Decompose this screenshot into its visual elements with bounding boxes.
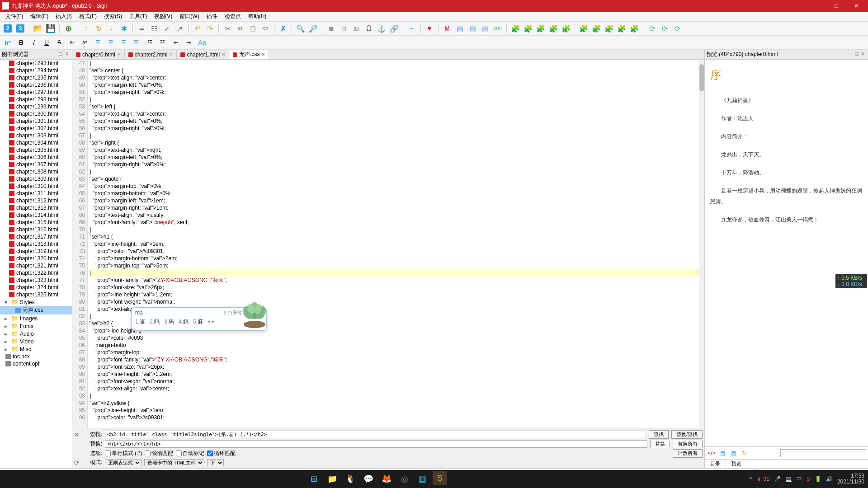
file-item[interactable]: 无声.css xyxy=(0,306,72,314)
close-button[interactable]: ✕ xyxy=(846,0,866,12)
file-item[interactable]: chapter1304.html xyxy=(0,139,72,146)
file-item[interactable]: chapter1325.html xyxy=(0,291,72,298)
indent-button[interactable]: ⇥ xyxy=(183,37,194,48)
save-button[interactable]: 💾 xyxy=(45,23,57,34)
file-item[interactable]: chapter1311.html xyxy=(0,190,72,197)
file-item[interactable]: chapter1309.html xyxy=(0,175,72,183)
menu-item[interactable]: 帮助(H) xyxy=(245,12,270,21)
file-item[interactable]: chapter1322.html xyxy=(0,269,72,277)
menu-item[interactable]: 检查点 xyxy=(221,12,245,21)
file-item[interactable]: chapter1301.html xyxy=(0,117,72,125)
folder-item[interactable]: ▸📁Fonts xyxy=(0,322,72,330)
align-center-button[interactable]: ☰ xyxy=(105,37,117,48)
sigil-icon[interactable]: S xyxy=(433,471,447,485)
file-item[interactable]: chapter1298.html xyxy=(0,96,72,103)
scope-select[interactable]: 选项卡中的HTML文件 xyxy=(144,459,204,466)
zoom-out-button[interactable]: 🔍 xyxy=(295,23,307,34)
file-item[interactable]: chapter1317.html xyxy=(0,233,72,240)
file-item[interactable]: chapter1296.html xyxy=(0,81,72,89)
toc-button[interactable]: ≣ xyxy=(136,23,147,34)
file-item[interactable]: chapter1300.html xyxy=(0,110,72,117)
file-item[interactable]: chapter1307.html xyxy=(0,161,72,168)
file-item[interactable]: chapter1306.html xyxy=(0,154,72,161)
m1-button[interactable]: M xyxy=(441,23,453,34)
replace-button[interactable]: 替换 xyxy=(650,440,670,448)
anchor-button[interactable]: ⚓ xyxy=(376,23,387,34)
tray-temp-icon[interactable]: 🌡 31 xyxy=(756,476,769,482)
file-item[interactable]: chapter1320.html xyxy=(0,255,72,262)
file-item[interactable]: chapter1319.html xyxy=(0,248,72,255)
plugin-6[interactable]: 🧩 xyxy=(578,23,590,34)
heading-button[interactable]: h* xyxy=(2,37,14,48)
maximize-button[interactable]: □ xyxy=(826,0,846,12)
folder-item[interactable]: ▾📁Styles xyxy=(0,298,72,306)
grid2-button[interactable]: ▤ xyxy=(338,23,349,34)
back-button[interactable]: ← xyxy=(406,23,418,34)
opt-dotall[interactable] xyxy=(105,450,111,456)
menu-item[interactable]: 插件 xyxy=(203,12,221,21)
replace-find-button[interactable]: 替换/查找 xyxy=(671,430,703,439)
file-item[interactable]: chapter1314.html xyxy=(0,211,72,219)
up-button[interactable]: ↑ xyxy=(80,23,92,34)
file-item[interactable]: chapter1303.html xyxy=(0,132,72,139)
underline-button[interactable]: U xyxy=(41,37,52,48)
file-item[interactable]: content.opf xyxy=(0,360,72,367)
heart-button[interactable]: ♥ xyxy=(424,23,435,34)
preview-float-icon[interactable]: □ xyxy=(854,51,860,58)
ime-candidate[interactable]: 1.嘛 xyxy=(135,318,145,326)
code-editor[interactable]: 4748495051525354555657585960616263646566… xyxy=(72,60,704,428)
file-item[interactable]: chapter1295.html xyxy=(0,74,72,81)
editor-tab[interactable]: chapter2.html✕ xyxy=(125,50,177,59)
file-item[interactable]: chapter1293.html xyxy=(0,60,72,67)
file-item[interactable]: chapter1305.html xyxy=(0,146,72,154)
plugin-2[interactable]: 🧩 xyxy=(522,23,534,34)
preview-url-input[interactable] xyxy=(780,449,866,457)
opt-wrap[interactable] xyxy=(207,450,213,456)
t3-button[interactable]: ⟳ xyxy=(671,23,683,34)
obs-icon[interactable]: ◎ xyxy=(396,471,413,487)
grid1-button[interactable]: ▦ xyxy=(325,23,337,34)
app1-icon[interactable]: 🐧 xyxy=(342,471,359,487)
system-tray[interactable]: ^ 🌡 31 🎤 💻 中 S 🔋 🔊 17:53 2021/11/30 xyxy=(750,473,864,485)
pane-float-icon[interactable]: □ xyxy=(57,51,64,58)
copy-button[interactable]: ⧉ xyxy=(234,23,246,34)
down-button[interactable]: ↑ xyxy=(105,23,117,34)
redo-button[interactable]: ↷ xyxy=(204,23,216,34)
refresh-button[interactable]: ↻ xyxy=(93,23,104,34)
omega-button[interactable]: Ω xyxy=(363,23,375,34)
app2-icon[interactable]: ▦ xyxy=(415,471,431,487)
file-item[interactable]: chapter1302.html xyxy=(0,125,72,132)
editor-tab[interactable]: chapter1.html✕ xyxy=(177,50,229,59)
menu-item[interactable]: 格式(F) xyxy=(75,12,100,21)
ime-candidate[interactable]: 2.吗 xyxy=(150,318,160,326)
menu-item[interactable]: 插入(I) xyxy=(52,12,75,21)
file-item[interactable]: chapter1323.html xyxy=(0,277,72,284)
mode-select[interactable]: 正则表达式 xyxy=(105,459,142,466)
ime-page-arrows[interactable]: ◂ ▸ xyxy=(208,318,214,326)
sub-button[interactable]: A₂ xyxy=(66,37,78,48)
firefox-icon[interactable]: 🦊 xyxy=(378,471,395,487)
menu-item[interactable]: 编辑(E) xyxy=(27,12,52,21)
preview-code-icon[interactable]: </> xyxy=(707,448,717,458)
file-item[interactable]: toc.ncx xyxy=(0,353,72,360)
file-item[interactable]: chapter1321.html xyxy=(0,262,72,269)
plugin-9[interactable]: 🧩 xyxy=(616,23,627,34)
bold-button[interactable]: B xyxy=(15,37,27,48)
tray-s-icon[interactable]: S xyxy=(807,476,810,482)
file-item[interactable]: chapter1299.html xyxy=(0,103,72,110)
align-right-button[interactable]: ☰ xyxy=(118,37,129,48)
preview-view1-icon[interactable]: ▤ xyxy=(717,448,727,458)
ime-popup[interactable]: ma 9 打开输入工具箱 1.嘛2.吗3.码4.妈5.麻◂ ▸ xyxy=(131,307,267,331)
italic-button[interactable]: I xyxy=(28,37,40,48)
plugin-10[interactable]: 🧩 xyxy=(628,23,640,34)
file-item[interactable]: chapter1294.html xyxy=(0,67,72,74)
replace-all-button[interactable]: 替换所有 xyxy=(673,440,703,448)
m4-button[interactable]: ▤ xyxy=(479,23,491,34)
replace-input[interactable] xyxy=(105,440,647,448)
folder-item[interactable]: ▸📁Images xyxy=(0,314,72,322)
preview-tab[interactable]: 预览 xyxy=(726,460,747,468)
file-item[interactable]: chapter1316.html xyxy=(0,226,72,233)
file-item[interactable]: chapter1324.html xyxy=(0,284,72,291)
preview-content[interactable]: 序 《九鼎神皇》作者：池边人内容简介：龙鼎出，天下灭。十万年，降浩劫。且看一枚穿… xyxy=(705,60,868,446)
minimize-button[interactable]: — xyxy=(807,0,826,12)
